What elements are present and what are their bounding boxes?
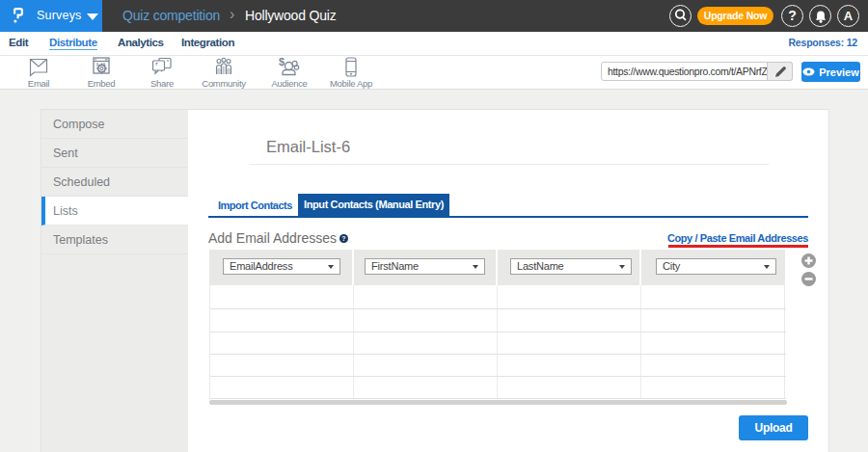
svg-text:$: $ xyxy=(279,57,285,67)
